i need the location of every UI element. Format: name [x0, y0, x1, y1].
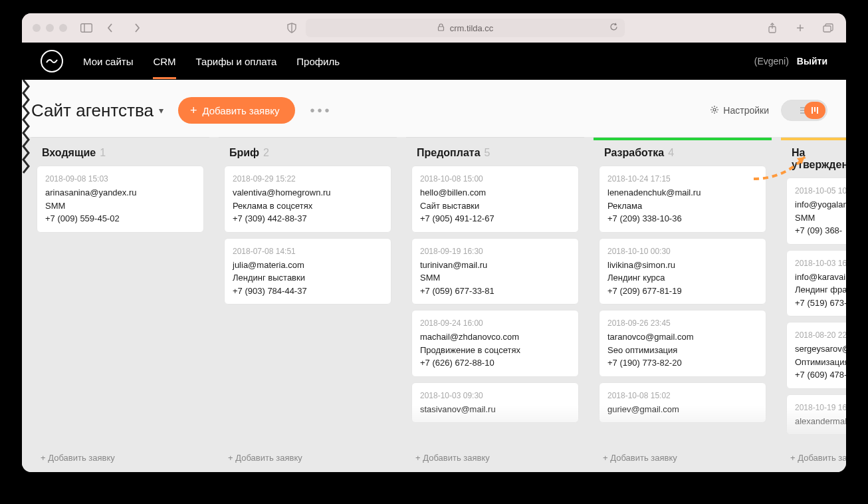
- window-controls: [33, 24, 67, 32]
- card-subject: SMM: [420, 271, 570, 285]
- card-subject: Seo оптимизация: [607, 344, 758, 357]
- nav-item-2[interactable]: Тарифы и оплата: [196, 56, 277, 67]
- card-date: 2018-10-08 15:02: [607, 390, 758, 402]
- card-phone: +7 (09) 368-: [795, 224, 846, 237]
- column-title: На утверждени: [792, 147, 846, 171]
- column-accent: [781, 138, 846, 140]
- column-add-lead[interactable]: + Добавить зая: [781, 446, 846, 472]
- card-date: 2018-08-20 22:45: [795, 329, 846, 341]
- lead-card[interactable]: 2018-08-20 22:45sergeysarov@yОптимизация…: [786, 322, 846, 389]
- column-header[interactable]: На утверждени: [781, 138, 846, 178]
- column-header[interactable]: Предоплата5: [406, 138, 584, 166]
- lead-card[interactable]: 2018-10-08 15:02guriev@gmail.com: [599, 382, 766, 424]
- card-date: 2018-10-10 00:30: [607, 245, 758, 257]
- column-count: 5: [485, 147, 490, 159]
- card-date: 2018-10-05 10:10: [795, 185, 846, 197]
- lead-card[interactable]: 2018-10-08 15:00hello@billen.comСайт выс…: [411, 166, 579, 233]
- card-email: sergeysarov@y: [795, 342, 846, 356]
- card-phone: +7 (905) 491-12-67: [420, 212, 570, 225]
- reload-icon[interactable]: [609, 23, 618, 33]
- lead-card[interactable]: 2018-10-24 17:15lenenadenchuk@mail.ruРек…: [599, 166, 766, 233]
- logout-link[interactable]: Выйти: [797, 56, 827, 66]
- back-button[interactable]: [103, 21, 118, 35]
- column-count: 1: [100, 147, 106, 159]
- settings-link[interactable]: Настройки: [710, 105, 769, 116]
- minimize-window[interactable]: [46, 24, 54, 32]
- card-date: 2018-09-19 16:30: [420, 245, 570, 257]
- card-email: guriev@gmail.com: [607, 403, 758, 416]
- view-toggle[interactable]: [781, 100, 827, 121]
- card-phone: +7 (309) 442-88-37: [233, 212, 383, 225]
- card-email: livikina@simon.ru: [607, 259, 758, 272]
- card-date: 2018-09-08 15:03: [45, 173, 195, 185]
- settings-label: Настройки: [723, 105, 769, 116]
- kanban-column: Разработка42018-10-24 17:15lenenadenchuk…: [594, 137, 772, 472]
- maximize-window[interactable]: [59, 24, 67, 32]
- card-email: turinivan@mail.ru: [420, 259, 570, 272]
- lead-card[interactable]: 2018-09-24 16:00machail@zhdanovco.comПро…: [411, 310, 579, 377]
- column-header[interactable]: Входящие1: [31, 138, 209, 166]
- lead-card[interactable]: 2018-09-19 16:30turinivan@mail.ruSMM+7 (…: [411, 238, 579, 305]
- column-header[interactable]: Бриф2: [219, 138, 397, 166]
- card-date: 2018-09-24 16:00: [420, 317, 570, 329]
- column-add-lead[interactable]: + Добавить заявку: [406, 446, 584, 472]
- close-window[interactable]: [33, 24, 41, 32]
- forward-button[interactable]: [130, 21, 144, 35]
- shield-icon[interactable]: [284, 21, 299, 35]
- lead-card[interactable]: 2018-07-08 14:51julia@materia.comЛендинг…: [224, 238, 391, 305]
- tabs-icon[interactable]: [821, 21, 835, 35]
- new-tab-icon[interactable]: [793, 21, 808, 35]
- nav-item-1[interactable]: CRM: [153, 56, 175, 67]
- tilda-logo[interactable]: [41, 50, 63, 72]
- sidebar-icon[interactable]: [79, 21, 94, 35]
- kanban-column: Бриф22018-09-29 15:22valentiva@homegrown…: [219, 137, 397, 472]
- column-card-list: 2018-09-08 15:03arinasanina@yandex.ruSMM…: [31, 166, 209, 446]
- card-subject: SMM: [45, 199, 195, 213]
- card-subject: SMM: [795, 211, 846, 225]
- chevron-down-icon: ▾: [159, 105, 163, 116]
- column-add-lead[interactable]: + Добавить заявку: [31, 446, 209, 472]
- card-email: arinasanina@yandex.ru: [45, 186, 195, 199]
- project-selector[interactable]: Сайт агентства ▾: [31, 100, 163, 121]
- card-email: hello@billen.com: [420, 186, 570, 199]
- card-phone: +7 (190) 773-82-20: [607, 356, 758, 370]
- svg-rect-8: [823, 26, 831, 32]
- card-phone: +7 (609) 478-: [795, 368, 846, 382]
- lead-card[interactable]: 2018-09-08 15:03arinasanina@yandex.ruSMM…: [37, 166, 204, 233]
- browser-toolbar: crm.tilda.cc: [22, 13, 846, 43]
- card-date: 2018-10-24 17:15: [607, 173, 758, 185]
- lead-card[interactable]: 2018-10-05 10:10info@yogalancSMM+7 (09) …: [786, 178, 846, 245]
- add-lead-label: Добавить заявку: [202, 105, 279, 116]
- svg-rect-0: [81, 24, 92, 33]
- nav-item-3[interactable]: Профиль: [296, 56, 340, 67]
- column-card-list: 2018-10-08 15:00hello@billen.comСайт выс…: [406, 166, 584, 446]
- lead-card[interactable]: 2018-10-10 00:30livikina@simon.ruЛендинг…: [599, 238, 766, 305]
- lead-card[interactable]: 2018-09-26 23:45taranovco@gmail.comSeo о…: [599, 310, 766, 377]
- kanban-board: Входящие12018-09-08 15:03arinasanina@yan…: [22, 137, 846, 472]
- card-phone: +7 (903) 784-44-37: [233, 285, 383, 298]
- column-add-lead[interactable]: + Добавить заявку: [594, 446, 772, 472]
- card-email: lenenadenchuk@mail.ru: [607, 186, 758, 199]
- share-icon[interactable]: [765, 21, 780, 35]
- column-add-lead[interactable]: + Добавить заявку: [219, 446, 397, 472]
- lead-card[interactable]: 2018-10-03 16:30info@karavai.rЛендинг фр…: [786, 250, 846, 317]
- column-header[interactable]: Разработка4: [594, 138, 772, 166]
- card-email: info@karavai.r: [795, 271, 846, 284]
- column-title: Предоплата: [417, 147, 481, 159]
- address-bar[interactable]: crm.tilda.cc: [306, 19, 625, 37]
- page-toolbar: Сайт агентства ▾ + Добавить заявку ••• Н…: [22, 80, 846, 137]
- nav-item-0[interactable]: Мои сайты: [83, 56, 133, 67]
- lead-card[interactable]: 2018-10-19 16:30alexandermalii: [786, 394, 846, 436]
- column-card-list: 2018-10-24 17:15lenenadenchuk@mail.ruРек…: [594, 166, 772, 446]
- add-lead-button[interactable]: + Добавить заявку: [178, 97, 296, 124]
- card-phone: +7 (209) 677-81-19: [607, 285, 758, 298]
- more-menu[interactable]: •••: [310, 103, 332, 118]
- lead-card[interactable]: 2018-10-03 09:30stasivanov@mail.ru: [411, 382, 579, 424]
- card-phone: +7 (209) 338-10-36: [607, 212, 758, 225]
- column-card-list: 2018-10-05 10:10info@yogalancSMM+7 (09) …: [781, 178, 846, 446]
- lead-card[interactable]: 2018-09-29 15:22valentiva@homegrown.ruРе…: [224, 166, 391, 233]
- page-title-text: Сайт агентства: [31, 100, 154, 121]
- content-area: Сайт агентства ▾ + Добавить заявку ••• Н…: [22, 80, 846, 472]
- svg-point-9: [713, 108, 716, 111]
- plus-icon: +: [190, 104, 197, 116]
